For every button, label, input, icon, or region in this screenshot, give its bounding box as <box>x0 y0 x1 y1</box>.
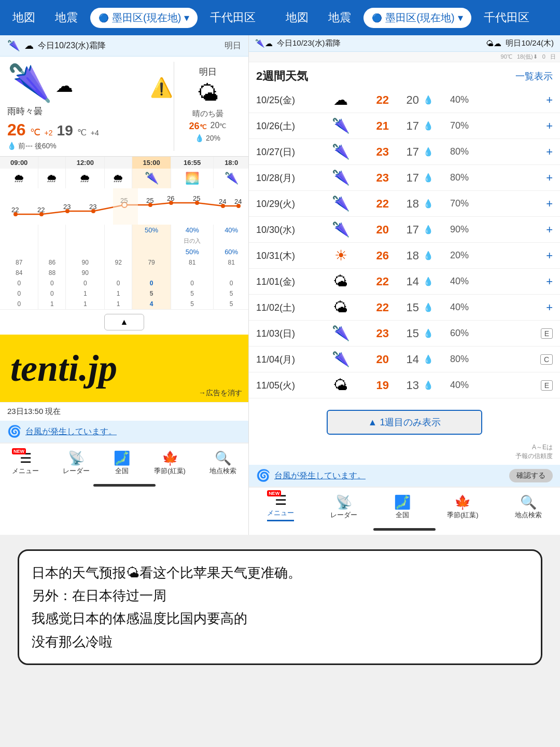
icon-1031: ☀ <box>323 247 359 264</box>
time-13 <box>105 157 132 169</box>
rain-1655: 40% <box>171 225 214 236</box>
pct-1103: 60% <box>438 328 469 339</box>
nav-chiyoda2[interactable]: 千代田区 <box>477 7 537 29</box>
nav-quake[interactable]: 地震 <box>48 7 85 29</box>
pct-1102: 40% <box>438 302 469 313</box>
nav-tab-search-left[interactable]: 🔍 地点検索 <box>209 450 236 476</box>
low-1105: 13 <box>393 379 419 392</box>
chevron-down-icon-2: ▾ <box>458 11 463 24</box>
nav-tab-season-left[interactable]: 🍁 季節(紅葉) <box>154 450 186 476</box>
low-1102: 15 <box>393 301 419 314</box>
scroll-up-button[interactable]: ▲ <box>104 314 145 330</box>
chevron-down-icon: ▾ <box>184 11 189 24</box>
nav-chiyoda[interactable]: 千代田区 <box>203 7 263 29</box>
low-1029: 18 <box>393 197 419 211</box>
high-1025: 22 <box>363 93 389 107</box>
week-row-1029: 10/29(火) 🌂 22 18 💧 70% + <box>249 191 560 217</box>
week-row-1026: 10/26(土) 🌂 21 17 💧 70% + <box>249 113 560 139</box>
nav-tab-search-right[interactable]: 🔍 地点検索 <box>515 494 542 520</box>
nav-tab-radar-left[interactable]: 📡 レーダー <box>63 450 90 476</box>
nav-tab-menu-left[interactable]: NEW ☰ メニュー <box>12 450 39 476</box>
search-label-right: 地点検索 <box>515 510 542 520</box>
right-weather-panel: 🌂☁ 今日10/23(水)霜降 🌤☁ 明日10/24(木) 90℃ 18(低)⬇… <box>249 35 560 535</box>
nav-tab-national-right[interactable]: 🗾 全国 <box>394 494 411 520</box>
date-1102: 11/02(土) <box>256 301 318 314</box>
drop-1103: 💧 <box>423 328 433 338</box>
search-icon-left: 🔍 <box>215 450 231 466</box>
tomorrow-rain-drop: 💧 <box>195 134 204 142</box>
plus-1029[interactable]: + <box>546 197 553 211</box>
typhoon-confirm-button[interactable]: 確認する <box>509 469 553 482</box>
icon-1030: 🌂 <box>323 221 359 238</box>
drop-1101: 💧 <box>423 276 433 286</box>
plus-1025[interactable]: + <box>546 93 553 107</box>
low-1026: 17 <box>393 119 419 133</box>
time-09: 09:00 <box>0 157 38 169</box>
pct-1101: 40% <box>438 276 469 287</box>
nav-tab-national-left[interactable]: 🗾 全国 <box>114 450 130 476</box>
sun-cloud-icon-right: 🌤☁ <box>486 39 501 48</box>
left-weather-panel: 🌂 ☁ 今日10/23(水)霜降 明日 ⚠️ 🌂 ☁ 雨時々曇 26 ℃ +2 … <box>0 35 249 535</box>
twoweek-link[interactable]: 一覧表示 <box>515 70 553 82</box>
icon-1104: 🌂 <box>323 351 359 368</box>
ad-logo-text: tenti.jp <box>10 347 117 390</box>
plus-1030[interactable]: + <box>546 223 553 237</box>
typhoon-icon-left: 🌀 <box>7 425 21 438</box>
menu-label-right: メニュー <box>267 508 294 518</box>
nav-tab-season-right[interactable]: 🍁 季節(紅葉) <box>447 494 479 520</box>
today-header-strip: 🌂 ☁ 今日10/23(水)霜降 明日 <box>0 35 248 57</box>
show-week-button[interactable]: ▲ 1週目のみ表示 <box>327 410 482 435</box>
icon-1028: 🌂 <box>323 169 359 186</box>
date-1028: 10/28(月) <box>256 172 318 184</box>
drop-1029: 💧 <box>423 199 433 209</box>
today-weather: 🌂 ☁ 雨時々曇 26 ℃ +2 19 ℃ +4 💧 前--- 後60% <box>7 62 169 151</box>
plus-1031[interactable]: + <box>546 249 553 262</box>
humidity2-row: 848890 <box>0 268 248 278</box>
hourly-table: 09:00 12:00 15:00 16:55 18:0 🌧 🌧 🌧 🌧 🌂 <box>0 157 248 309</box>
new-badge-left: NEW <box>12 448 26 454</box>
national-icon-left: 🗾 <box>114 450 130 466</box>
today-rain-row: 💧 前--- 後60% <box>7 142 169 151</box>
plus-1027[interactable]: + <box>546 145 553 159</box>
plus-1101[interactable]: + <box>546 275 553 288</box>
nav-location-right[interactable]: 🔵 墨田区(現在地) ▾ <box>363 8 471 28</box>
national-icon-right: 🗾 <box>394 494 411 510</box>
plus-1026[interactable]: + <box>546 119 553 133</box>
reliability-note: A～Eは予報の信頼度 <box>249 442 560 465</box>
icon-18: 🌂 <box>214 169 248 188</box>
show-week-btn-area: ▲ 1週目のみ表示 <box>249 405 560 440</box>
week-row-1102: 11/02(土) 🌤 22 15 💧 40% + <box>249 295 560 321</box>
icon-1102: 🌤 <box>323 299 359 316</box>
time-10 <box>38 157 66 169</box>
wind-row2: 0011 5 55 <box>0 288 248 299</box>
nav-tab-radar-right[interactable]: 📡 レーダー <box>330 494 357 520</box>
icon-1101: 🌤 <box>323 273 359 290</box>
tomorrow-label-sm: 明日 <box>225 40 241 51</box>
temp-graph-row: 22 22 23 23 25 25 26 25 24 24 <box>0 188 248 225</box>
nav-location-left[interactable]: 🔵 墨田区(現在地) ▾ <box>90 8 198 28</box>
plus-1028[interactable]: + <box>546 171 553 185</box>
nav-tab-menu-right[interactable]: NEW ☰ メニュー <box>267 492 294 521</box>
high-1030: 20 <box>363 223 389 237</box>
rain2-row: 50% 60% <box>0 246 248 257</box>
typhoon-text-left[interactable]: 台風が発生しています。 <box>25 426 117 437</box>
pct-1025: 40% <box>438 94 469 105</box>
high-1102: 22 <box>363 301 389 314</box>
main-content: 🌂 ☁ 今日10/23(水)霜降 明日 ⚠️ 🌂 ☁ 雨時々曇 26 ℃ +2 … <box>0 35 560 535</box>
nav-map2[interactable]: 地図 <box>278 7 316 29</box>
tomorrow-rain: 💧 20% <box>178 134 237 142</box>
rain-12 <box>66 225 105 236</box>
nav-map[interactable]: 地図 <box>5 7 43 29</box>
today-temp-unit: ℃ <box>30 127 40 138</box>
ad-dismiss-button[interactable]: →広告を消す <box>199 389 242 398</box>
nav-quake2[interactable]: 地震 <box>321 7 358 29</box>
icon-12: 🌧 <box>66 169 105 188</box>
plus-1102[interactable]: + <box>546 301 553 314</box>
nav-location-label: 墨田区(現在地) <box>112 11 181 25</box>
rain-10 <box>38 225 66 236</box>
date-1103: 11/03(日) <box>256 327 318 340</box>
comment-box: 日本的天气预报🌤看这个比苹果天气更准确。 另外：在日本待过一周 我感觉日本的体感… <box>18 549 542 665</box>
typhoon-text-right[interactable]: 台風が発生しています。 <box>274 471 366 481</box>
scroll-btn-area: ▲ <box>0 309 248 335</box>
radar-icon-left: 📡 <box>68 450 85 466</box>
